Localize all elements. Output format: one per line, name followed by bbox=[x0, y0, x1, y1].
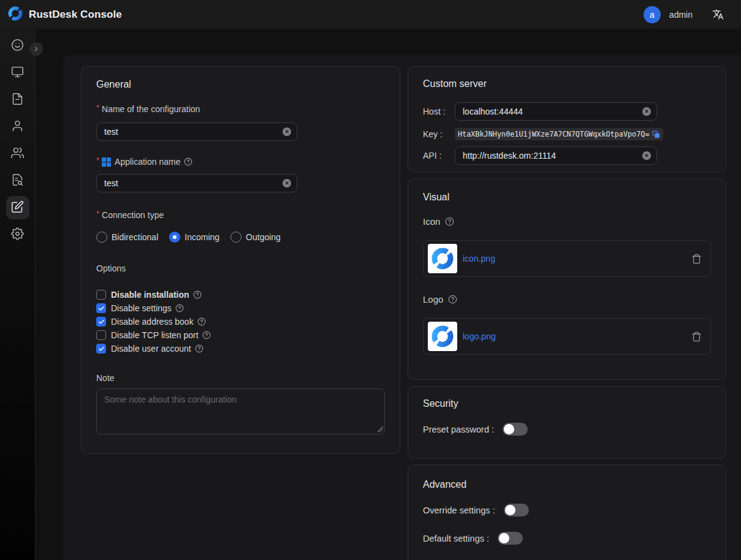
radio-icon bbox=[169, 232, 180, 243]
connection-type-radios: Bidirectional Incoming Outgoing bbox=[96, 232, 385, 243]
gear-icon bbox=[11, 227, 24, 243]
application-field-label: * Application name bbox=[96, 157, 385, 167]
sidebar-item-settings[interactable] bbox=[6, 223, 29, 246]
custom-server-card: Custom server Host : localhost:44444 ✕ K… bbox=[408, 66, 726, 172]
sidebar-collapse-button[interactable] bbox=[29, 42, 43, 56]
help-icon[interactable] bbox=[175, 304, 184, 312]
application-input[interactable]: test ✕ bbox=[96, 174, 297, 192]
help-icon[interactable] bbox=[202, 331, 211, 339]
radio-icon bbox=[230, 232, 241, 243]
trash-icon[interactable] bbox=[691, 254, 702, 264]
rustdesk-logo-icon bbox=[7, 6, 23, 24]
checkbox-icon bbox=[96, 290, 106, 300]
custom-server-title: Custom server bbox=[423, 78, 711, 89]
help-icon[interactable] bbox=[445, 217, 454, 226]
top-bar: RustDesk Console a admin bbox=[0, 0, 741, 29]
logo-preview bbox=[428, 322, 457, 351]
icon-label: Icon bbox=[423, 216, 711, 227]
brand: RustDesk Console bbox=[7, 6, 122, 24]
connection-type-label: * Connection type bbox=[96, 210, 385, 220]
help-icon[interactable] bbox=[197, 317, 206, 326]
sidebar-item-users[interactable] bbox=[6, 115, 29, 138]
icon-file-row: icon.png bbox=[423, 240, 711, 277]
preset-password-row: Preset password : bbox=[423, 423, 711, 436]
icon-file-link[interactable]: icon.png bbox=[463, 254, 691, 263]
preset-password-toggle[interactable] bbox=[503, 423, 528, 436]
logo-file-row: logo.png bbox=[423, 318, 711, 355]
trash-icon[interactable] bbox=[691, 331, 702, 342]
translate-icon[interactable] bbox=[712, 9, 724, 20]
icon-preview bbox=[428, 244, 457, 273]
sidebar bbox=[0, 29, 36, 560]
user-icon bbox=[11, 119, 24, 135]
note-textarea[interactable] bbox=[96, 388, 385, 434]
copy-icon[interactable] bbox=[652, 131, 660, 138]
override-settings-row: Override settings : bbox=[423, 504, 711, 516]
logo-label: Logo bbox=[423, 294, 711, 305]
main-panel: General * Name of the configuration test… bbox=[63, 55, 741, 560]
audit-log-icon bbox=[11, 173, 24, 189]
resize-handle[interactable] bbox=[378, 426, 383, 432]
monitor-icon bbox=[11, 66, 24, 81]
advanced-title: Advanced bbox=[423, 479, 711, 490]
help-icon[interactable] bbox=[448, 295, 457, 304]
name-input[interactable]: test ✕ bbox=[96, 123, 297, 141]
advanced-card: Advanced Override settings : Default set… bbox=[408, 464, 726, 560]
sidebar-item-configurations[interactable] bbox=[6, 196, 29, 219]
radio-outgoing[interactable]: Outgoing bbox=[230, 232, 281, 243]
checkbox-disable-tcp-listen-port[interactable]: Disable TCP listen port bbox=[96, 330, 385, 340]
help-icon[interactable] bbox=[193, 290, 202, 299]
sidebar-item-documents[interactable] bbox=[6, 88, 29, 112]
host-row: Host : localhost:44444 ✕ bbox=[423, 102, 711, 121]
name-field-label: * Name of the configuration bbox=[96, 104, 385, 114]
visual-title: Visual bbox=[423, 192, 711, 203]
smiley-icon bbox=[11, 39, 24, 54]
avatar[interactable]: a bbox=[644, 6, 661, 23]
general-title: General bbox=[96, 79, 385, 90]
api-input[interactable]: http://rustdesk.om:21114 ✕ bbox=[455, 146, 657, 165]
options-checkboxes: Disable installation Disable settings Di… bbox=[96, 290, 385, 354]
checkbox-icon bbox=[96, 330, 106, 340]
api-row: API : http://rustdesk.om:21114 ✕ bbox=[423, 146, 711, 165]
key-value: HtaXBkJNHyn0e1U1jWXze7A7CN7QTGWqxkOtpaVp… bbox=[455, 128, 663, 140]
checkbox-disable-address-book[interactable]: Disable address book bbox=[96, 317, 385, 327]
note-label: Note bbox=[96, 373, 385, 383]
checkbox-icon bbox=[96, 303, 106, 313]
radio-icon bbox=[96, 232, 107, 243]
sidebar-item-groups[interactable] bbox=[6, 142, 29, 165]
help-icon[interactable] bbox=[195, 344, 203, 353]
security-title: Security bbox=[423, 398, 711, 409]
app-title: RustDesk Console bbox=[29, 9, 122, 21]
logo-file-link[interactable]: logo.png bbox=[463, 331, 691, 341]
checkbox-icon bbox=[96, 317, 106, 327]
radio-bidirectional[interactable]: Bidirectional bbox=[96, 232, 158, 243]
override-settings-toggle[interactable] bbox=[504, 504, 529, 516]
edit-icon bbox=[11, 200, 24, 216]
sidebar-item-devices[interactable] bbox=[6, 61, 29, 85]
key-row: Key : HtaXBkJNHyn0e1U1jWXze7A7CN7QTGWqxk… bbox=[423, 128, 711, 140]
default-settings-row: Default settings : bbox=[423, 532, 711, 545]
options-label: Options bbox=[96, 263, 385, 273]
clear-icon[interactable]: ✕ bbox=[283, 127, 291, 136]
users-icon bbox=[11, 146, 24, 162]
clear-icon[interactable]: ✕ bbox=[642, 107, 651, 116]
windows-icon bbox=[102, 157, 111, 167]
checkbox-icon bbox=[96, 344, 106, 354]
visual-card: Visual Icon bbox=[408, 178, 726, 380]
radio-incoming[interactable]: Incoming bbox=[169, 232, 219, 243]
sidebar-item-overview[interactable] bbox=[6, 34, 29, 58]
checkbox-disable-user-account[interactable]: Disable user account bbox=[96, 344, 385, 354]
clear-icon[interactable]: ✕ bbox=[283, 179, 291, 187]
sidebar-item-audit[interactable] bbox=[6, 169, 29, 192]
security-card: Security Preset password : bbox=[408, 386, 726, 458]
host-input[interactable]: localhost:44444 ✕ bbox=[455, 102, 657, 121]
default-settings-toggle[interactable] bbox=[498, 532, 523, 545]
checkbox-disable-settings[interactable]: Disable settings bbox=[96, 303, 385, 313]
document-icon bbox=[11, 93, 24, 108]
username[interactable]: admin bbox=[669, 10, 693, 20]
clear-icon[interactable]: ✕ bbox=[642, 151, 651, 160]
help-icon[interactable] bbox=[184, 157, 192, 166]
checkbox-disable-installation[interactable]: Disable installation bbox=[96, 290, 385, 300]
general-card: General * Name of the configuration test… bbox=[81, 66, 400, 454]
